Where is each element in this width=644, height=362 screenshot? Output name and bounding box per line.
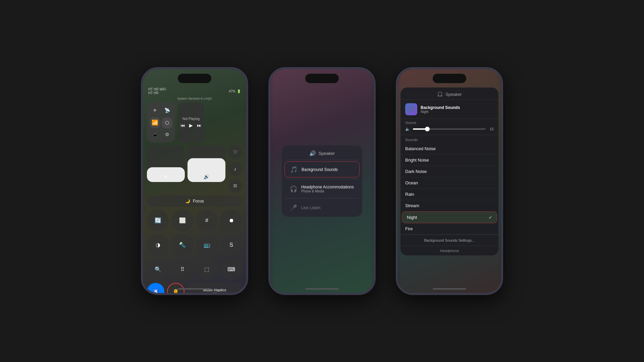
sounds-speaker-icon: 🎧: [437, 92, 443, 97]
connectivity-tile[interactable]: ✈ 📡 📶 ⬡ 📱 ⚙: [147, 102, 175, 142]
record-icon: ⏺: [229, 218, 234, 224]
brightness-slider[interactable]: ☀: [147, 145, 185, 182]
bright-noise-item[interactable]: Bright Noise: [400, 155, 498, 166]
screen-lock-button[interactable]: 🔄: [147, 209, 169, 231]
stream-item[interactable]: Stream: [400, 200, 498, 212]
phone3-silent-switch[interactable]: [396, 103, 396, 112]
phone2-volume-up[interactable]: [268, 116, 269, 129]
phone2-silent-switch[interactable]: [268, 103, 269, 112]
record-button[interactable]: ⏺: [220, 209, 242, 231]
balanced-noise-label: Balanced Noise: [405, 146, 436, 151]
music-button[interactable]: ♪: [228, 162, 242, 176]
dark-noise-item[interactable]: Dark Noise: [400, 166, 498, 177]
next-button[interactable]: ⏭: [197, 123, 202, 128]
background-sounds-settings-link[interactable]: Background Sounds Settings...: [400, 235, 498, 246]
phone-3: 🎧 Speaker 🎵 Background Sounds Night Volu…: [396, 67, 503, 295]
volume-slider[interactable]: 🔊: [187, 145, 225, 182]
dark-mode-button[interactable]: ◑: [147, 234, 169, 256]
magnifier-button[interactable]: 🔍: [147, 258, 169, 280]
phone2-volume-down[interactable]: [268, 134, 269, 148]
accessibility-button[interactable]: ♿: [147, 283, 164, 293]
silent-switch[interactable]: [141, 103, 142, 112]
remote-button[interactable]: 📺: [196, 234, 218, 256]
previous-button[interactable]: ⏮: [180, 123, 185, 128]
now-playing-tile[interactable]: Not Playing ⏮ ▶ ⏭: [178, 102, 204, 142]
fire-item[interactable]: Fire: [400, 223, 498, 235]
live-listen-item[interactable]: 🎤 Live Listen: [284, 200, 360, 216]
background-sounds-item[interactable]: 🎵 Background Sounds: [284, 162, 360, 178]
airplay-button[interactable]: ⊡: [228, 179, 242, 193]
phone-2: 🔊 Speaker 🎵 Background Sounds 🎧 Headphon…: [268, 67, 376, 295]
ocean-label: Ocean: [405, 180, 418, 185]
headphone-accommodations-sub: Phone & Media: [301, 189, 354, 193]
focus-label: Focus: [193, 199, 204, 203]
cellular-button[interactable]: 📱: [150, 130, 160, 140]
wifi-button[interactable]: 📶: [150, 117, 160, 128]
phone3-volume-down[interactable]: [396, 134, 396, 148]
play-pause-button[interactable]: ▶: [189, 123, 193, 128]
phone3-power-button[interactable]: [502, 121, 503, 144]
airdrop-button[interactable]: 📡: [162, 105, 172, 116]
balanced-noise-item[interactable]: Balanced Noise: [400, 143, 498, 155]
microphone-icon: 🎤: [290, 204, 297, 212]
headphone-accommodations-item[interactable]: 🎧 Headphone Accommodations Phone & Media: [284, 181, 360, 197]
screenshot-icon: ⬚: [204, 266, 209, 273]
track-artwork: 🎵: [405, 103, 417, 115]
volume-up-button[interactable]: [141, 116, 142, 129]
dark-noise-label: Dark Noise: [405, 169, 427, 174]
phone-2-screen: 🔊 Speaker 🎵 Background Sounds 🎧 Headphon…: [270, 69, 374, 293]
volume-down-button[interactable]: [141, 134, 142, 148]
bright-noise-label: Bright Noise: [405, 158, 429, 163]
location-label: System Services & LAQO: [147, 97, 242, 100]
hotspot-icon: ⚙: [165, 132, 169, 137]
phone2-power-button[interactable]: [375, 121, 376, 144]
background-sounds-label: Background Sounds: [302, 167, 338, 172]
calculator-button[interactable]: #: [196, 209, 218, 231]
shazam-icon: S: [229, 242, 233, 248]
visual-look-up-button[interactable]: ⠿: [171, 258, 193, 280]
volume-thumb[interactable]: [425, 127, 430, 131]
sounds-panel-header: 🎧 Speaker: [400, 87, 498, 100]
wifi-icon: 📶: [152, 119, 158, 126]
ocean-item[interactable]: Ocean: [400, 177, 498, 189]
live-listen-label: Live Listen: [301, 205, 320, 210]
speaker-label: Speaker: [319, 151, 335, 156]
dark-mode-icon: ◑: [156, 242, 160, 248]
power-button[interactable]: [248, 121, 248, 144]
now-playing-row: 🎵 Background Sounds Night: [400, 100, 498, 119]
volume-section-label: Volume: [405, 121, 494, 125]
track-subtitle: Night: [421, 110, 494, 114]
keyboard-icon: ⌨: [227, 266, 235, 273]
dots-icon: ⠿: [180, 266, 184, 273]
battery-icon: 🔋: [237, 89, 241, 93]
calculator-icon: #: [205, 218, 208, 224]
track-info: Background Sounds Night: [421, 105, 494, 114]
bluetooth-button[interactable]: ⬡: [162, 117, 172, 128]
hearing-button[interactable]: 👂: [167, 283, 184, 293]
speaker-popup-header: 🔊 Speaker: [282, 145, 362, 160]
volume-min-icon: 🔈: [405, 127, 410, 131]
music-haptics-button[interactable]: Music Haptics Off: [187, 283, 242, 293]
fire-label: Fire: [405, 226, 413, 231]
heart-button[interactable]: ♡: [228, 145, 242, 159]
keyboard-button[interactable]: ⌨: [220, 258, 242, 280]
screenshot-button[interactable]: ⬚: [196, 258, 218, 280]
night-item[interactable]: Night ✓: [402, 212, 497, 223]
flashlight-button[interactable]: 🔦: [171, 234, 193, 256]
network-1-label: HT HR WiFi: [148, 87, 166, 91]
shazam-button[interactable]: S: [220, 234, 242, 256]
airdrop-icon: 📡: [164, 108, 170, 113]
status-bar-right: 47% 🔋: [229, 89, 241, 93]
focus-button[interactable]: 🌙 Focus: [147, 195, 242, 207]
bottom-row: ♿ 👂 Music Haptics Off: [147, 283, 242, 293]
screen-mirror-button[interactable]: ⬜: [171, 209, 193, 231]
background-sounds-icon: 🎵: [290, 166, 298, 173]
background-sounds-text: Background Sounds: [302, 167, 338, 172]
bluetooth-icon: ⬡: [165, 120, 169, 125]
hotspot-button[interactable]: ⚙: [162, 130, 172, 140]
rain-item[interactable]: Rain: [400, 189, 498, 200]
phone3-volume-up[interactable]: [396, 116, 396, 129]
popup-divider-3: [285, 198, 359, 199]
volume-bar[interactable]: [413, 128, 486, 130]
airplane-mode-button[interactable]: ✈: [150, 105, 160, 116]
